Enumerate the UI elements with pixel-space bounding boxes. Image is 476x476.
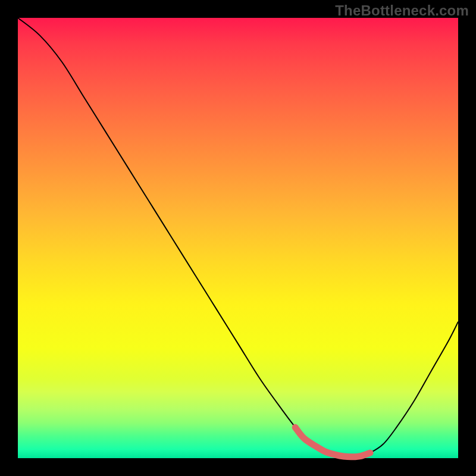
chart-frame: TheBottleneck.com [0, 0, 476, 476]
optimal-range-highlight [295, 427, 370, 457]
plot-area [18, 18, 458, 458]
watermark-text: TheBottleneck.com [335, 2, 469, 19]
bottleneck-curve [18, 18, 458, 457]
chart-svg [18, 18, 458, 458]
